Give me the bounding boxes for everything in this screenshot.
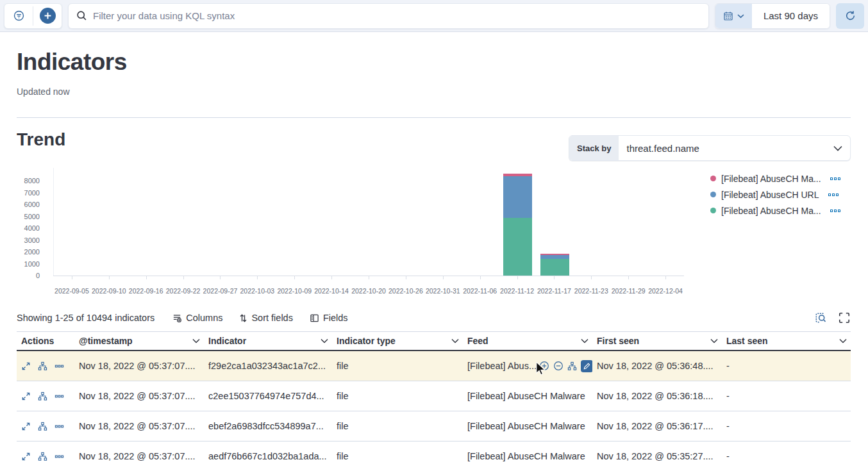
investigate-in-timeline-icon[interactable] bbox=[38, 422, 47, 431]
cell-actions-button[interactable] bbox=[581, 360, 592, 372]
legend-item[interactable]: [Filebeat] AbuseCH Ma... bbox=[710, 170, 864, 186]
chevron-down-icon[interactable] bbox=[710, 338, 718, 343]
filter-out-icon[interactable] bbox=[553, 361, 563, 371]
legend-more-icon[interactable] bbox=[830, 210, 840, 212]
last-seen-cell[interactable]: - bbox=[722, 441, 851, 462]
y-axis-tick-label: 2000 bbox=[0, 248, 40, 256]
kql-search-bar[interactable] bbox=[68, 3, 709, 29]
investigate-in-timeline-icon[interactable] bbox=[38, 452, 47, 461]
more-actions-icon[interactable] bbox=[54, 361, 64, 371]
investigate-in-timeline-icon[interactable] bbox=[38, 361, 47, 371]
column-header-last-seen[interactable]: Last seen bbox=[722, 332, 851, 350]
table-row[interactable]: Nov 18, 2022 @ 05:37:07....c2ee150377649… bbox=[17, 381, 851, 411]
chevron-down-icon[interactable] bbox=[581, 338, 588, 343]
last-seen-cell[interactable]: - bbox=[722, 411, 851, 441]
bar-segment[interactable] bbox=[540, 259, 569, 276]
filter-in-icon[interactable] bbox=[539, 361, 549, 371]
date-range-button[interactable]: Last 90 days bbox=[752, 4, 830, 28]
query-button-group bbox=[4, 3, 62, 29]
feed-cell[interactable]: [Filebeat] Abus... bbox=[463, 351, 592, 381]
bar-segment[interactable] bbox=[503, 176, 532, 218]
refresh-button[interactable] bbox=[836, 3, 864, 29]
timestamp-cell[interactable]: Nov 18, 2022 @ 05:37:07.... bbox=[74, 381, 204, 411]
indicator-cell[interactable]: ebef2a6983dfcc534899a7... bbox=[204, 411, 332, 441]
stack-by-control: Stack by threat.feed.name bbox=[569, 135, 851, 161]
timestamp-cell[interactable]: Nov 18, 2022 @ 05:37:07.... bbox=[74, 441, 204, 462]
column-header-timestamp[interactable]: @timestamp bbox=[74, 332, 204, 350]
feed-cell[interactable]: [Filebeat] AbuseCH Malware bbox=[463, 441, 592, 462]
last-seen-cell[interactable]: - bbox=[722, 351, 851, 381]
more-actions-icon[interactable] bbox=[54, 392, 64, 401]
fields-button[interactable]: Fields bbox=[310, 313, 348, 323]
x-axis-tick bbox=[480, 276, 481, 279]
column-header-indicator-type[interactable]: Indicator type bbox=[332, 332, 463, 350]
column-header-indicator[interactable]: Indicator bbox=[204, 332, 332, 350]
saved-query-button[interactable] bbox=[4, 4, 33, 28]
column-header-first-seen[interactable]: First seen bbox=[592, 332, 722, 350]
chart-legend: [Filebeat] AbuseCH Ma...[Filebeat] Abuse… bbox=[710, 170, 864, 219]
bar-segment[interactable] bbox=[503, 218, 532, 276]
sort-fields-button[interactable]: Sort fields bbox=[239, 313, 292, 323]
bar-segment[interactable] bbox=[540, 255, 569, 259]
results-summary: Showing 1-25 of 10494 indicators bbox=[17, 313, 154, 323]
columns-button[interactable]: Columns bbox=[172, 313, 222, 323]
x-axis-tick-label: 2022-11-29 bbox=[610, 287, 647, 295]
x-axis-tick bbox=[183, 276, 184, 279]
more-actions-icon[interactable] bbox=[54, 422, 64, 431]
indicator-type-cell[interactable]: file bbox=[332, 441, 463, 462]
x-axis-tick-label: 2022-10-20 bbox=[350, 287, 387, 295]
table-row[interactable]: Nov 18, 2022 @ 05:37:07....f29e2ca1a0323… bbox=[17, 351, 851, 381]
kql-search-input[interactable] bbox=[93, 10, 701, 21]
chevron-down-icon[interactable] bbox=[451, 338, 459, 343]
indicator-cell[interactable]: aedf76b667c1d032ba1ada... bbox=[204, 441, 332, 462]
legend-more-icon[interactable] bbox=[830, 177, 840, 180]
expand-row-icon[interactable] bbox=[21, 452, 31, 461]
expand-row-icon[interactable] bbox=[21, 422, 31, 431]
chevron-down-icon[interactable] bbox=[833, 136, 850, 160]
first-seen-cell[interactable]: Nov 18, 2022 @ 05:36:17.... bbox=[592, 411, 722, 441]
indicator-cell[interactable]: c2ee15037764974e757d4... bbox=[204, 381, 332, 411]
timestamp-cell[interactable]: Nov 18, 2022 @ 05:37:07.... bbox=[74, 411, 204, 441]
table-row[interactable]: Nov 18, 2022 @ 05:37:07....ebef2a6983dfc… bbox=[17, 411, 851, 441]
indicator-cell[interactable]: f29e2ca1a032343ac1a7c2... bbox=[204, 351, 332, 381]
bar-segment[interactable] bbox=[540, 254, 569, 255]
x-axis-tick-label: 2022-09-05 bbox=[53, 287, 90, 295]
first-seen-cell[interactable]: Nov 18, 2022 @ 05:36:18.... bbox=[592, 381, 722, 411]
trend-heading: Trend bbox=[17, 129, 65, 150]
legend-more-icon[interactable] bbox=[828, 194, 839, 196]
timestamp-cell[interactable]: Nov 18, 2022 @ 05:37:07.... bbox=[74, 351, 204, 381]
x-axis-tick bbox=[406, 276, 406, 279]
indicator-type-cell[interactable]: file bbox=[332, 381, 463, 411]
chevron-down-icon[interactable] bbox=[839, 338, 847, 343]
indicator-type-cell[interactable]: file bbox=[332, 351, 463, 381]
date-quick-select-button[interactable] bbox=[715, 4, 752, 28]
feed-cell[interactable]: [Filebeat] AbuseCH Malware bbox=[463, 411, 592, 441]
trend-chart-plot[interactable] bbox=[53, 168, 684, 276]
investigate-in-timeline-icon[interactable] bbox=[38, 392, 47, 401]
expand-row-icon[interactable] bbox=[21, 392, 31, 401]
chevron-down-icon[interactable] bbox=[192, 338, 200, 343]
more-actions-icon[interactable] bbox=[54, 452, 64, 461]
table-row[interactable]: Nov 18, 2022 @ 05:37:07....aedf76b667c1d… bbox=[17, 441, 851, 462]
legend-item[interactable]: [Filebeat] AbuseCH Ma... bbox=[710, 202, 864, 219]
inspect-icon bbox=[814, 311, 827, 324]
add-filter-button[interactable] bbox=[33, 4, 62, 28]
first-seen-cell[interactable]: Nov 18, 2022 @ 05:35:27.... bbox=[592, 441, 722, 462]
expand-row-icon[interactable] bbox=[21, 361, 31, 371]
legend-color-dot bbox=[710, 208, 716, 213]
stack-by-select[interactable]: threat.feed.name bbox=[619, 136, 833, 160]
bar-segment[interactable] bbox=[503, 174, 532, 176]
chevron-down-icon[interactable] bbox=[321, 338, 328, 343]
add-to-timeline-icon[interactable] bbox=[567, 361, 577, 371]
last-seen-cell[interactable]: - bbox=[722, 381, 851, 411]
column-header-feed[interactable]: Feed bbox=[463, 332, 592, 350]
indicator-type-cell[interactable]: file bbox=[332, 411, 463, 441]
divider bbox=[17, 117, 851, 118]
first-seen-cell[interactable]: Nov 18, 2022 @ 05:36:48.... bbox=[592, 351, 722, 381]
legend-item[interactable]: [Filebeat] AbuseCH URL bbox=[710, 186, 864, 202]
x-axis-tick-label: 2022-10-14 bbox=[313, 287, 350, 295]
feed-cell[interactable]: [Filebeat] AbuseCH Malware bbox=[463, 381, 592, 411]
fullscreen-button[interactable] bbox=[838, 311, 851, 324]
inspect-button[interactable] bbox=[814, 311, 827, 324]
x-axis-tick bbox=[554, 276, 555, 279]
